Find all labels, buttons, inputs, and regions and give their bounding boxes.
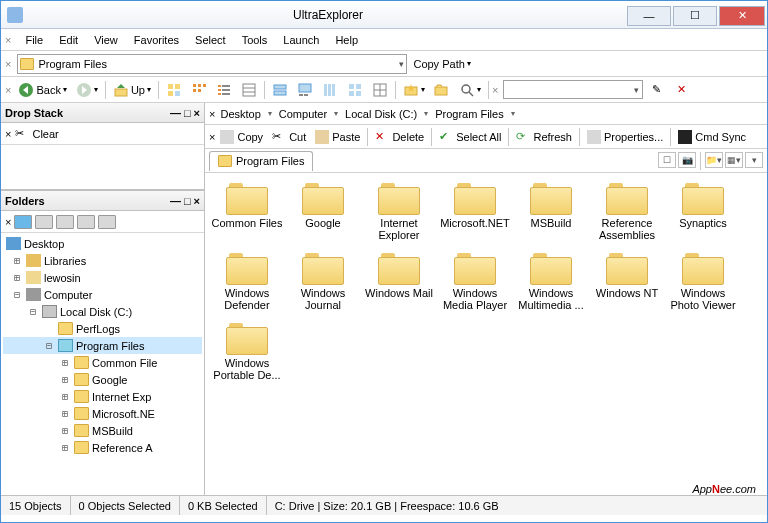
- back-button[interactable]: Back▾: [14, 80, 70, 100]
- addrbar-close-icon[interactable]: ×: [5, 58, 11, 70]
- tree-child[interactable]: ⊞Common File: [3, 354, 202, 371]
- file-listing[interactable]: Common FilesGoogleInternet ExplorerMicro…: [205, 173, 767, 495]
- folders-max-icon[interactable]: □: [184, 195, 191, 207]
- file-item[interactable]: Windows Mail: [362, 251, 436, 321]
- tree-child[interactable]: ⊞Internet Exp: [3, 388, 202, 405]
- minimize-button[interactable]: —: [627, 6, 671, 26]
- menubar-close-icon[interactable]: ×: [5, 34, 11, 46]
- crumb-desktop[interactable]: Desktop: [217, 107, 263, 121]
- dropstack-close-icon[interactable]: ×: [194, 107, 200, 119]
- file-item[interactable]: Reference Assemblies: [590, 181, 664, 251]
- menu-select[interactable]: Select: [187, 32, 234, 48]
- view-thumbstrip[interactable]: [293, 80, 317, 100]
- view-large-icons[interactable]: [162, 80, 186, 100]
- dropstack-min-icon[interactable]: —: [170, 107, 181, 119]
- actionbar-close-icon[interactable]: ×: [209, 131, 215, 143]
- menu-view[interactable]: View: [86, 32, 126, 48]
- select-all-button[interactable]: ✔Select All: [435, 129, 505, 145]
- favorites-button[interactable]: ▾: [399, 80, 429, 100]
- crumb-drive[interactable]: Local Disk (C:): [342, 107, 420, 121]
- menu-file[interactable]: File: [17, 32, 51, 48]
- drive-icon[interactable]: [98, 215, 116, 229]
- tabtool-icon[interactable]: ▦▾: [725, 152, 743, 168]
- clear-button[interactable]: Clear: [28, 126, 62, 142]
- search-button[interactable]: ▾: [455, 80, 485, 100]
- tree-desktop[interactable]: Desktop: [3, 235, 202, 252]
- tree-drive-c[interactable]: ⊟Local Disk (C:): [3, 303, 202, 320]
- tree-computer[interactable]: ⊟Computer: [3, 286, 202, 303]
- view-list[interactable]: [212, 80, 236, 100]
- dropstack-bar-close-icon[interactable]: ×: [5, 128, 11, 140]
- file-item[interactable]: Microsoft.NET: [438, 181, 512, 251]
- folders-close-icon[interactable]: ×: [194, 195, 200, 207]
- search-clear-button[interactable]: ✕: [669, 80, 693, 100]
- file-item[interactable]: Windows Multimedia ...: [514, 251, 588, 321]
- close-button[interactable]: ✕: [719, 6, 765, 26]
- view-details[interactable]: [237, 80, 261, 100]
- file-item[interactable]: Internet Explorer: [362, 181, 436, 251]
- delete-button[interactable]: ✕Delete: [371, 129, 428, 145]
- cut-button[interactable]: ✂Cut: [268, 129, 310, 145]
- drive-icon[interactable]: [56, 215, 74, 229]
- tabtool-icon[interactable]: 📁▾: [705, 152, 723, 168]
- copy-button[interactable]: Copy: [216, 129, 267, 145]
- navbar-close-icon[interactable]: ×: [5, 84, 11, 96]
- drive-icon[interactable]: [77, 215, 95, 229]
- file-item[interactable]: Windows Defender: [210, 251, 284, 321]
- file-item[interactable]: MSBuild: [514, 181, 588, 251]
- searchbar-close-icon[interactable]: ×: [492, 84, 498, 96]
- path-dropdown-icon[interactable]: ▾: [399, 59, 404, 69]
- forward-button[interactable]: ▾: [72, 80, 102, 100]
- tree-user[interactable]: ⊞lewosin: [3, 269, 202, 286]
- view-thumbs[interactable]: [343, 80, 367, 100]
- folders-min-icon[interactable]: —: [170, 195, 181, 207]
- tabtool-icon[interactable]: 📷: [678, 152, 696, 168]
- drive-c-icon[interactable]: [14, 215, 32, 229]
- file-item[interactable]: Windows Photo Viewer: [666, 251, 740, 321]
- tabtool-icon[interactable]: ☐: [658, 152, 676, 168]
- dropstack-body[interactable]: [1, 145, 204, 189]
- search-input[interactable]: ▾: [503, 80, 643, 99]
- tree-perflogs[interactable]: PerfLogs: [3, 320, 202, 337]
- tree-child[interactable]: ⊞Microsoft.NE: [3, 405, 202, 422]
- drive-icon[interactable]: [35, 215, 53, 229]
- paste-button[interactable]: Paste: [311, 129, 364, 145]
- file-item[interactable]: Windows Portable De...: [210, 321, 284, 391]
- crumbbar-close-icon[interactable]: ×: [209, 108, 215, 120]
- file-item[interactable]: Google: [286, 181, 360, 251]
- folder-tree[interactable]: Desktop ⊞Libraries ⊞lewosin ⊟Computer ⊟L…: [1, 233, 204, 495]
- tree-libraries[interactable]: ⊞Libraries: [3, 252, 202, 269]
- copy-path-button[interactable]: Copy Path▾: [409, 56, 474, 72]
- view-tiles[interactable]: [268, 80, 292, 100]
- open-folder-button[interactable]: [430, 80, 454, 100]
- file-item[interactable]: Synaptics: [666, 181, 740, 251]
- crumb-computer[interactable]: Computer: [276, 107, 330, 121]
- search-dropdown-icon[interactable]: ▾: [631, 85, 642, 95]
- menu-tools[interactable]: Tools: [234, 32, 276, 48]
- view-small-icons[interactable]: [187, 80, 211, 100]
- drivebar-close-icon[interactable]: ×: [5, 216, 11, 228]
- crumb-folder[interactable]: Program Files: [432, 107, 506, 121]
- file-item[interactable]: Windows NT: [590, 251, 664, 321]
- menu-launch[interactable]: Launch: [275, 32, 327, 48]
- tree-program-files[interactable]: ⊟Program Files: [3, 337, 202, 354]
- menu-edit[interactable]: Edit: [51, 32, 86, 48]
- file-item[interactable]: Windows Journal: [286, 251, 360, 321]
- tree-child[interactable]: ⊞Google: [3, 371, 202, 388]
- view-grid[interactable]: [368, 80, 392, 100]
- menu-favorites[interactable]: Favorites: [126, 32, 187, 48]
- tab-program-files[interactable]: Program Files: [209, 151, 313, 171]
- tabtool-icon[interactable]: ▾: [745, 152, 763, 168]
- refresh-button[interactable]: ⟳Refresh: [512, 129, 576, 145]
- tree-child[interactable]: ⊞Reference A: [3, 439, 202, 456]
- search-go-button[interactable]: ✎: [644, 80, 668, 100]
- file-item[interactable]: Windows Media Player: [438, 251, 512, 321]
- cmd-sync-button[interactable]: Cmd Sync: [674, 129, 750, 145]
- properties-button[interactable]: Properties...: [583, 129, 667, 145]
- dropstack-max-icon[interactable]: □: [184, 107, 191, 119]
- file-item[interactable]: Common Files: [210, 181, 284, 251]
- tree-child[interactable]: ⊞MSBuild: [3, 422, 202, 439]
- maximize-button[interactable]: ☐: [673, 6, 717, 26]
- up-button[interactable]: Up▾: [109, 80, 155, 100]
- path-input[interactable]: Program Files ▾: [17, 54, 407, 74]
